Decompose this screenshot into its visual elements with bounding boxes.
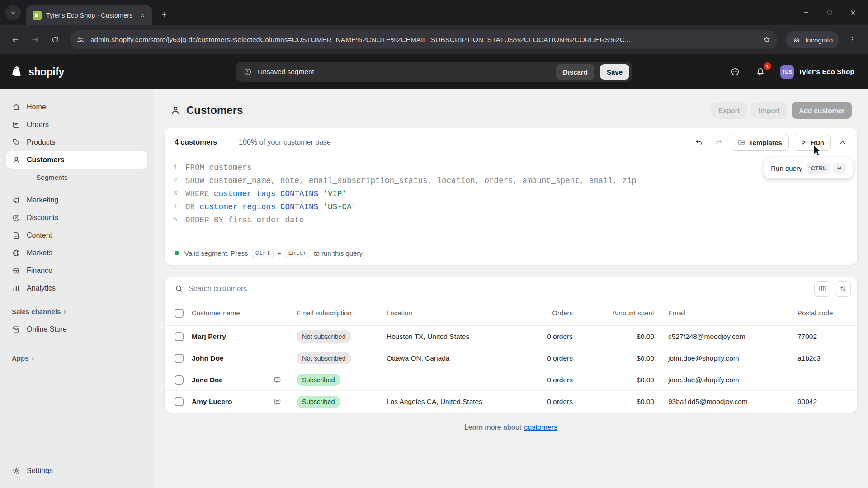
forward-button[interactable] <box>26 31 44 49</box>
undo-button[interactable] <box>691 134 707 150</box>
bookmark-button[interactable] <box>760 33 774 47</box>
table-row[interactable]: Amy Lucero Subscribed Los Angeles CA, Un… <box>165 391 857 413</box>
browser-toolbar: admin.shopify.com/store/jy63jq-dc/custom… <box>0 25 868 54</box>
segment-query-editor[interactable]: 1FROM customers2SHOW customer_name, note… <box>165 156 857 241</box>
store-menu[interactable]: TES Tyler's Eco Shop <box>778 62 857 82</box>
tab-close-button[interactable] <box>137 10 147 20</box>
sidebar-item-products[interactable]: Products <box>6 134 147 151</box>
customer-list-card: Customer nameEmail subscriptionLocationO… <box>165 277 857 413</box>
window-minimize-button[interactable] <box>797 4 815 21</box>
sidebar-item-customers[interactable]: Customers <box>6 151 147 169</box>
window-close-button[interactable] <box>844 4 862 21</box>
customer-name-cell: Jane Doe <box>192 376 297 384</box>
address-bar[interactable]: admin.shopify.com/store/jy63jq-dc/custom… <box>70 30 778 49</box>
shopify-logo[interactable]: shopify <box>11 65 64 79</box>
sidebar-item-label: Content <box>27 231 52 239</box>
chat-icon <box>730 67 740 77</box>
query-line: 4OR customer_regions CONTAINS 'US-CA' <box>165 200 857 213</box>
sidebar-section-sales-channels[interactable]: Sales channels › <box>6 304 147 319</box>
customer-name-link[interactable]: John Doe <box>192 354 224 362</box>
undo-icon <box>694 138 703 147</box>
sidebar-item-orders[interactable]: Orders <box>6 116 147 133</box>
new-tab-button[interactable] <box>156 7 172 22</box>
email-cell: c527f248@moodjoy.com <box>668 333 797 341</box>
sidebar-item-segments[interactable]: Segments <box>6 169 147 186</box>
sidebar-item-settings[interactable]: Settings <box>6 462 147 479</box>
add-customer-button[interactable]: Add customer <box>792 102 852 119</box>
finance-icon <box>12 266 21 275</box>
shopify-bag-icon <box>11 65 24 79</box>
sidebar-item-discounts[interactable]: Discounts <box>6 209 147 226</box>
column-header[interactable]: Postal code <box>797 309 857 317</box>
sidebar-subitem-label: Segments <box>36 174 68 182</box>
select-all-checkbox[interactable] <box>175 309 184 318</box>
sidekick-button[interactable] <box>727 64 743 80</box>
shopify-favicon <box>33 11 42 20</box>
orders-cell: 0 orders <box>540 354 573 362</box>
page-header: Customers Export Import Add customer <box>165 99 857 121</box>
save-button[interactable]: Save <box>600 64 629 80</box>
sort-button[interactable] <box>835 281 851 297</box>
column-header[interactable]: Orders <box>540 309 573 317</box>
tab-search-button[interactable] <box>5 5 21 20</box>
sidebar-item-analytics[interactable]: Analytics <box>6 280 147 297</box>
subscription-badge: Not subscribed <box>297 330 351 343</box>
column-header[interactable]: Location <box>387 309 540 317</box>
segment-editor-card: 4 customers 100% of your customer base T… <box>165 128 857 265</box>
customer-name-link[interactable]: Amy Lucero <box>192 398 232 405</box>
notifications-button[interactable]: 1 <box>752 64 769 80</box>
window-maximize-button[interactable] <box>821 4 838 21</box>
column-header[interactable]: Amount spent <box>573 309 654 317</box>
footer-customers-link[interactable]: customers <box>524 423 557 432</box>
reload-button[interactable] <box>46 31 64 49</box>
column-header[interactable]: Email subscription <box>297 309 387 317</box>
browser-menu-button[interactable] <box>844 31 862 49</box>
export-button[interactable]: Export <box>711 102 747 119</box>
back-button[interactable] <box>6 31 24 49</box>
incognito-label: Incognito <box>805 36 833 44</box>
reload-icon <box>51 35 60 44</box>
table-row[interactable]: Marj Perry Not subscribed Houston TX, Un… <box>165 326 857 347</box>
column-header[interactable]: Customer name <box>192 309 297 317</box>
sidebar-item-marketing[interactable]: Marketing <box>6 192 147 209</box>
import-button[interactable]: Import <box>751 102 787 119</box>
customer-name-cell: Marj Perry <box>192 333 297 341</box>
table-row[interactable]: Jane Doe Subscribed 0 orders $0.00 jane.… <box>165 369 857 391</box>
search-customers-input[interactable] <box>189 285 809 293</box>
sidebar-item-label: Discounts <box>27 214 58 222</box>
tooltip-label: Run query <box>771 164 802 172</box>
browser-tab[interactable]: Tyler's Eco Shop · Customers · S... <box>26 5 152 25</box>
sidebar-item-label: Marketing <box>27 196 58 204</box>
redo-button[interactable] <box>711 134 727 150</box>
url-text[interactable]: admin.shopify.com/store/jy63jq-dc/custom… <box>90 36 754 44</box>
line-number: 3 <box>165 190 177 197</box>
row-checkbox[interactable] <box>175 332 184 341</box>
sidebar-item-markets[interactable]: Markets <box>6 244 147 262</box>
topbar-right: 1 TES Tyler's Eco Shop <box>727 62 857 82</box>
amount-spent-cell: $0.00 <box>573 354 654 362</box>
sidebar-item-content[interactable]: Content <box>6 227 147 244</box>
customer-name-link[interactable]: Marj Perry <box>192 333 226 340</box>
sidebar-item-finance[interactable]: Finance <box>6 262 147 279</box>
column-header[interactable]: Email <box>668 309 797 317</box>
templates-button[interactable]: Templates <box>731 134 789 151</box>
search-icon <box>175 284 184 293</box>
row-checkbox[interactable] <box>175 375 184 385</box>
sidebar-item-label: Analytics <box>27 284 56 292</box>
discard-button[interactable]: Discard <box>556 64 594 80</box>
sidebar-item-online-store[interactable]: Online Store <box>6 321 147 338</box>
table-row[interactable]: John Doe Not subscribed Ottawa ON, Canad… <box>165 347 857 369</box>
edit-columns-button[interactable] <box>814 281 830 297</box>
run-button[interactable]: Run <box>793 134 831 151</box>
sidebar-item-home[interactable]: Home <box>6 99 147 116</box>
orders-cell: 0 orders <box>540 376 573 384</box>
row-checkbox[interactable] <box>175 397 184 406</box>
section-label: Apps <box>12 354 29 362</box>
email-cell: john.doe@shopify.com <box>668 354 797 362</box>
email-subscription-cell: Not subscribed <box>297 330 387 343</box>
line-number: 2 <box>165 177 177 184</box>
sidebar-section-apps[interactable]: Apps › <box>6 350 147 366</box>
customer-name-link[interactable]: Jane Doe <box>192 376 223 384</box>
row-checkbox[interactable] <box>175 354 184 363</box>
collapse-editor-button[interactable] <box>835 134 851 150</box>
